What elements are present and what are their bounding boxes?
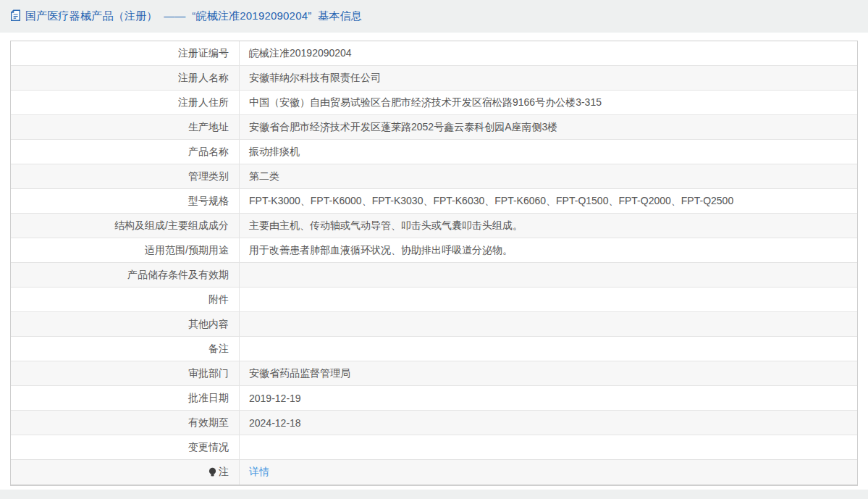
table-row: 注册人住所 中国（安徽）自由贸易试验区合肥市经济技术开发区宿松路9166号办公楼… — [11, 91, 857, 115]
row-value: 安徽菲纳尔科技有限责任公司 — [240, 66, 857, 90]
row-value-text: 第二类 — [249, 170, 279, 183]
row-label: 变更情况 — [11, 435, 240, 459]
table-row: 生产地址 安徽省合肥市经济技术开发区蓬莱路2052号鑫云泰科创园A座南侧3楼 — [11, 115, 857, 140]
row-value-text: 中国（安徽）自由贸易试验区合肥市经济技术开发区宿松路9166号办公楼3-315 — [249, 96, 602, 109]
row-label: 管理类别 — [11, 164, 240, 188]
row-label: 适用范围/预期用途 — [11, 238, 240, 262]
row-value: 安徽省药品监督管理局 — [240, 361, 857, 385]
table-row: 适用范围/预期用途 用于改善患者肺部血液循环状况、协助排出呼吸道分泌物。 — [11, 238, 857, 263]
row-label: 注 — [11, 460, 240, 485]
row-label: 产品储存条件及有效期 — [11, 263, 240, 287]
row-label-text: 备注 — [208, 343, 229, 356]
details-link[interactable]: 详情 — [249, 466, 269, 479]
row-label-text: 批准日期 — [188, 392, 229, 405]
row-label: 批准日期 — [11, 386, 240, 410]
row-label: 生产地址 — [11, 115, 240, 139]
row-label: 审批部门 — [11, 361, 240, 385]
table-row: 管理类别 第二类 — [11, 164, 857, 189]
row-label-text: 注册人住所 — [178, 96, 229, 109]
row-value-text: FPT-K3000、FPT-K6000、FPT-K3030、FPT-K6030、… — [249, 195, 733, 208]
row-label: 型号规格 — [11, 189, 240, 213]
row-value-text: 用于改善患者肺部血液循环状况、协助排出呼吸道分泌物。 — [249, 244, 513, 257]
row-value — [240, 288, 857, 311]
table-row: 其他内容 — [11, 312, 857, 337]
row-label-text: 附件 — [208, 293, 229, 306]
row-label: 备注 — [11, 337, 240, 361]
row-value: 第二类 — [240, 164, 857, 188]
row-label-text: 审批部门 — [188, 367, 229, 380]
page-title: 国产医疗器械产品（注册） —— “皖械注准20192090204” 基本信息 — [25, 9, 362, 23]
row-value: 中国（安徽）自由贸易试验区合肥市经济技术开发区宿松路9166号办公楼3-315 — [240, 91, 857, 114]
table-row: 注册证编号 皖械注准20192090204 — [11, 41, 857, 66]
info-table: 注册证编号 皖械注准20192090204 注册人名称 安徽菲纳尔科技有限责任公… — [10, 41, 858, 486]
table-row: 附件 — [11, 288, 857, 312]
row-label: 注册证编号 — [11, 41, 240, 65]
row-value-text: 振动排痰机 — [249, 146, 300, 159]
row-label-text: 型号规格 — [188, 195, 229, 208]
row-value: 振动排痰机 — [240, 140, 857, 164]
row-label-text: 适用范围/预期用途 — [145, 244, 229, 257]
bulb-icon — [208, 467, 217, 478]
row-value-text: 安徽菲纳尔科技有限责任公司 — [249, 72, 381, 85]
table-row: 型号规格 FPT-K3000、FPT-K6000、FPT-K3030、FPT-K… — [11, 189, 857, 214]
row-value: FPT-K3000、FPT-K6000、FPT-K3030、FPT-K6030、… — [240, 189, 857, 213]
row-label-text: 注 — [219, 466, 229, 479]
row-value: 2019-12-19 — [240, 386, 857, 410]
table-row: 注册人名称 安徽菲纳尔科技有限责任公司 — [11, 66, 857, 91]
row-label: 产品名称 — [11, 140, 240, 164]
row-value: 2024-12-18 — [240, 411, 857, 435]
row-value-text: 2019-12-19 — [249, 393, 301, 404]
table-row: 变更情况 — [11, 435, 857, 460]
row-value: 主要由主机、传动轴或气动导管、叩击头或气囊叩击头组成。 — [240, 214, 857, 238]
table-row: 产品储存条件及有效期 — [11, 263, 857, 288]
row-label-text: 产品名称 — [188, 146, 229, 159]
row-label-text: 注册人名称 — [178, 72, 229, 85]
row-value-text: 主要由主机、传动轴或气动导管、叩击头或气囊叩击头组成。 — [249, 219, 523, 232]
row-label: 结构及组成/主要组成成分 — [11, 214, 240, 238]
row-value — [240, 312, 857, 336]
row-label: 注册人名称 — [11, 66, 240, 90]
row-value-text: 2024-12-18 — [249, 417, 301, 429]
table-row: 结构及组成/主要组成成分 主要由主机、传动轴或气动导管、叩击头或气囊叩击头组成。 — [11, 214, 857, 238]
row-label-text: 有效期至 — [188, 416, 229, 429]
row-label-text: 产品储存条件及有效期 — [127, 269, 229, 282]
table-row: 产品名称 振动排痰机 — [11, 140, 857, 164]
document-icon — [10, 9, 21, 22]
row-value: 皖械注准20192090204 — [240, 41, 857, 65]
row-value — [240, 263, 857, 287]
row-label-text: 结构及组成/主要组成成分 — [114, 219, 229, 232]
row-value: 用于改善患者肺部血液循环状况、协助排出呼吸道分泌物。 — [240, 238, 857, 262]
row-value-text: 安徽省合肥市经济技术开发区蓬莱路2052号鑫云泰科创园A座南侧3楼 — [249, 121, 557, 134]
row-label-text: 变更情况 — [188, 441, 229, 454]
row-value: 安徽省合肥市经济技术开发区蓬莱路2052号鑫云泰科创园A座南侧3楼 — [240, 115, 857, 139]
row-value-text: 皖械注准20192090204 — [249, 47, 352, 60]
row-label-text: 其他内容 — [188, 318, 229, 331]
row-value — [240, 337, 857, 361]
table-row: 有效期至 2024-12-18 — [11, 411, 857, 435]
page: { "header": { "icon": "document-icon", "… — [0, 0, 868, 499]
row-value — [240, 435, 857, 459]
row-label: 注册人住所 — [11, 91, 240, 114]
table-row: 批准日期 2019-12-19 — [11, 386, 857, 411]
page-header: 国产医疗器械产品（注册） —— “皖械注准20192090204” 基本信息 — [0, 0, 868, 33]
row-label: 其他内容 — [11, 312, 240, 336]
row-label-text: 管理类别 — [188, 170, 229, 183]
row-label-text: 生产地址 — [188, 121, 229, 134]
row-label-text: 注册证编号 — [178, 47, 229, 60]
row-label: 有效期至 — [11, 411, 240, 435]
table-row: 注 详情 — [11, 460, 857, 485]
content-panel: 注册证编号 皖械注准20192090204 注册人名称 安徽菲纳尔科技有限责任公… — [0, 33, 868, 490]
table-row: 备注 — [11, 337, 857, 361]
row-value: 详情 — [240, 460, 857, 485]
row-value-text: 安徽省药品监督管理局 — [249, 367, 350, 380]
row-label: 附件 — [11, 288, 240, 311]
table-row: 审批部门 安徽省药品监督管理局 — [11, 361, 857, 386]
